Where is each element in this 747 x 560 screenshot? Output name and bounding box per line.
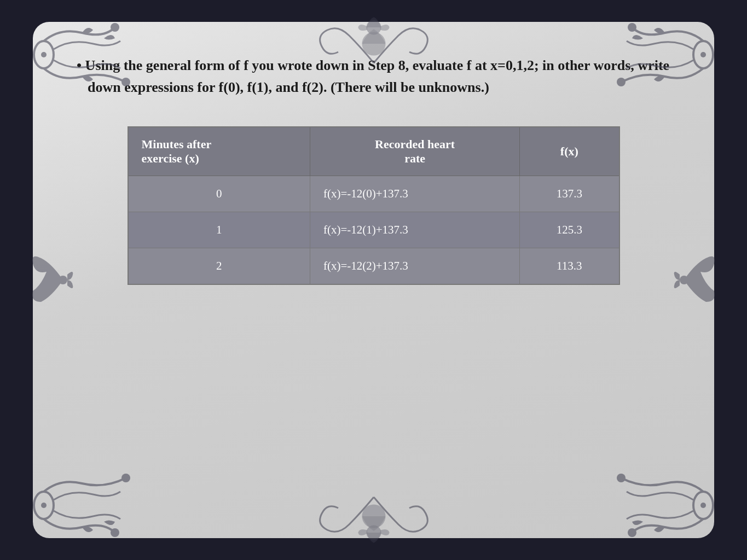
- table-row: 0 f(x)=-12(0)+137.3 137.3: [128, 176, 619, 212]
- header-heart-rate-label: Recorded heart rate: [375, 137, 455, 165]
- corner-decoration-top-right: [610, 16, 720, 93]
- right-middle-decoration: [668, 231, 722, 329]
- content-area: Using the general form of f you wrote do…: [77, 55, 670, 285]
- corner-decoration-bottom-right: [610, 467, 720, 544]
- header-minutes-label: Minutes after exercise (x): [142, 137, 212, 165]
- left-middle-decoration: [25, 231, 79, 329]
- cell-x-1: 1: [128, 212, 310, 248]
- svg-point-13: [628, 528, 636, 537]
- top-center-decoration: [305, 14, 442, 74]
- svg-point-21: [680, 276, 688, 284]
- col-header-minutes: Minutes after exercise (x): [128, 127, 310, 176]
- table-row: 2 f(x)=-12(2)+137.3 113.3: [128, 248, 619, 284]
- cell-formula-0: f(x)=-12(0)+137.3: [310, 176, 519, 212]
- svg-point-2: [121, 78, 130, 86]
- svg-point-15: [700, 503, 706, 508]
- table-wrapper: Minutes after exercise (x) Recorded hear…: [128, 126, 620, 285]
- col-header-fx: f(x): [520, 127, 619, 176]
- table-row: 1 f(x)=-12(1)+137.3 125.3: [128, 212, 619, 248]
- corner-decoration-bottom-left: [27, 467, 137, 544]
- cell-formula-1: f(x)=-12(1)+137.3: [310, 212, 519, 248]
- data-table: Minutes after exercise (x) Recorded hear…: [128, 126, 620, 285]
- svg-point-1: [111, 23, 119, 32]
- cell-x-0: 0: [128, 176, 310, 212]
- cell-result-0: 137.3: [520, 176, 619, 212]
- cell-x-2: 2: [128, 248, 310, 284]
- svg-point-9: [111, 528, 119, 537]
- bottom-center-decoration: [305, 486, 442, 546]
- cell-formula-2: f(x)=-12(2)+137.3: [310, 248, 519, 284]
- svg-point-7: [700, 52, 706, 57]
- svg-point-14: [617, 474, 626, 482]
- table-header-row: Minutes after exercise (x) Recorded hear…: [128, 127, 619, 176]
- cell-result-1: 125.3: [520, 212, 619, 248]
- cell-result-2: 113.3: [520, 248, 619, 284]
- svg-point-10: [121, 474, 130, 482]
- corner-decoration-top-left: [27, 16, 137, 93]
- svg-point-11: [41, 503, 47, 508]
- col-header-heart-rate: Recorded heart rate: [310, 127, 519, 176]
- header-fx-label: f(x): [560, 144, 578, 158]
- svg-point-6: [617, 78, 626, 86]
- svg-point-5: [628, 23, 636, 32]
- svg-point-20: [59, 276, 67, 284]
- slide-container: Using the general form of f you wrote do…: [33, 22, 714, 538]
- svg-point-3: [41, 52, 47, 57]
